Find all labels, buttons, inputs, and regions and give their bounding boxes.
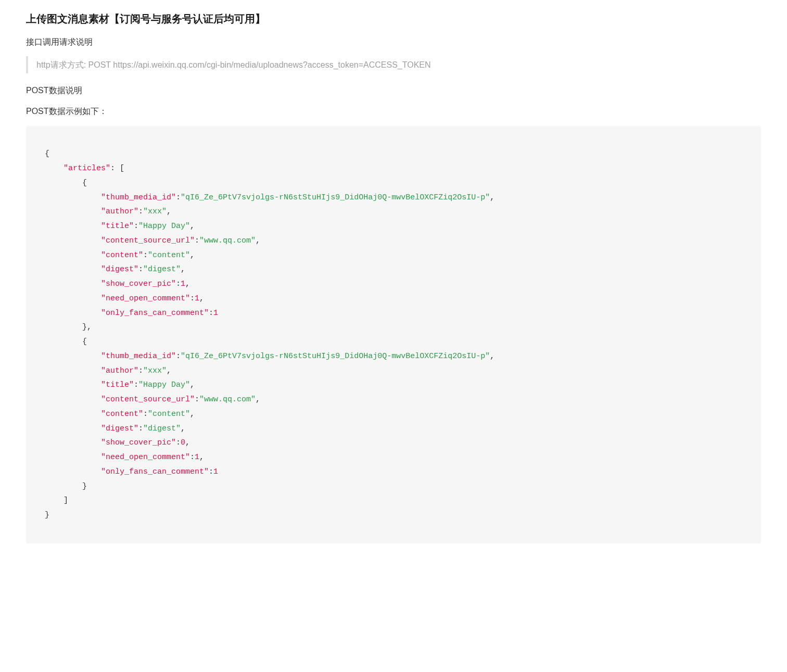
http-request-quote: http请求方式: POST https://api.weixin.qq.com… <box>26 56 761 74</box>
intro-paragraph: 接口调用请求说明 <box>26 35 761 49</box>
section-heading: 上传图文消息素材【订阅号与服务号认证后均可用】 <box>26 10 761 27</box>
json-code-block: { "articles": [ { "thumb_media_id":"qI6_… <box>26 126 761 543</box>
http-request-text: http请求方式: POST https://api.weixin.qq.com… <box>36 60 431 69</box>
post-example-label: POST数据示例如下： <box>26 105 761 118</box>
post-desc-paragraph: POST数据说明 <box>26 84 761 97</box>
json-code: { "articles": [ { "thumb_media_id":"qI6_… <box>45 147 742 523</box>
